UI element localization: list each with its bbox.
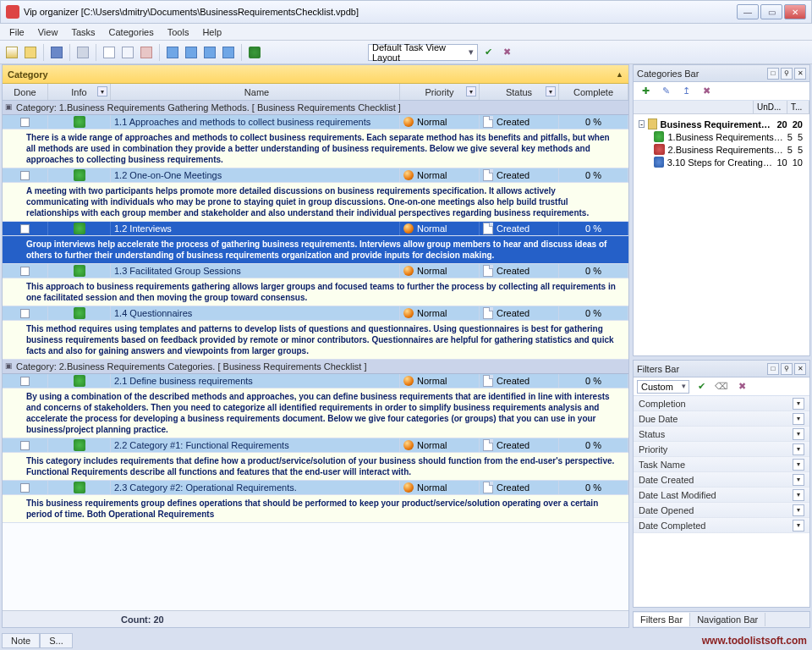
- panel-pin-icon[interactable]: ⚲: [781, 68, 793, 80]
- edit-task-button[interactable]: [119, 44, 136, 61]
- tree-node[interactable]: 3.10 Steps for Creating a Bu1010: [637, 156, 806, 168]
- maximize-button[interactable]: ▭: [760, 4, 782, 19]
- task-row[interactable]: 1.1 Approaches and methods to collect bu…: [3, 115, 628, 129]
- menu-tasks[interactable]: Tasks: [65, 25, 101, 39]
- tab-note[interactable]: Note: [2, 633, 40, 648]
- cat-up-button[interactable]: ↥: [678, 83, 694, 100]
- filter-icon[interactable]: ▾: [97, 86, 107, 96]
- tab-filters-bar[interactable]: Filters Bar: [634, 613, 690, 626]
- nav-first-button[interactable]: [164, 44, 181, 61]
- new-task-button[interactable]: [101, 44, 118, 61]
- checkbox[interactable]: [20, 267, 30, 276]
- filter-apply-button[interactable]: ✔: [693, 378, 710, 395]
- close-button[interactable]: ✕: [784, 4, 806, 19]
- checkbox[interactable]: [20, 224, 30, 234]
- nav-prev-button[interactable]: [183, 44, 200, 61]
- panel-float-icon[interactable]: □: [767, 68, 779, 80]
- filter-row[interactable]: Date Last Modified▾: [634, 488, 809, 503]
- layout-delete-button[interactable]: ✖: [498, 44, 515, 61]
- menu-file[interactable]: File: [3, 25, 30, 39]
- filter-row[interactable]: Task Name▾: [634, 457, 809, 472]
- filter-row[interactable]: Date Created▾: [634, 472, 809, 488]
- task-row[interactable]: 1.3 Facilitated Group SessionsNormalCrea…: [3, 264, 628, 278]
- panel-pin-icon[interactable]: ⚲: [781, 363, 793, 375]
- tree-node[interactable]: -Business Requirements Checklist2020: [637, 118, 806, 130]
- grid-body[interactable]: Category: 1.Business Requirements Gather…: [3, 101, 628, 610]
- filter-row[interactable]: Date Completed▾: [634, 518, 809, 533]
- task-row[interactable]: 2.1 Define business requirementsNormalCr…: [3, 374, 628, 388]
- filter-row[interactable]: Date Opened▾: [634, 503, 809, 518]
- filter-row[interactable]: Completion▾: [634, 396, 809, 411]
- panel-close-icon[interactable]: ✕: [794, 363, 806, 375]
- panel-close-icon[interactable]: ✕: [794, 68, 806, 80]
- filter-label: Date Created: [639, 475, 694, 485]
- dropdown-icon[interactable]: ▾: [793, 398, 804, 410]
- group-header[interactable]: Category: 1.Business Requirements Gather…: [3, 101, 628, 115]
- menu-help[interactable]: Help: [196, 25, 228, 39]
- filter-icon[interactable]: ▾: [546, 86, 556, 96]
- checkbox[interactable]: [20, 441, 30, 450]
- dropdown-icon[interactable]: ▾: [793, 474, 804, 486]
- menu-categories[interactable]: Categories: [103, 25, 160, 39]
- filter-row[interactable]: Priority▾: [634, 442, 809, 457]
- col-name[interactable]: Name: [111, 84, 400, 100]
- task-description: This business requirements group defines…: [3, 495, 628, 523]
- nav-next-button[interactable]: [201, 44, 218, 61]
- dropdown-icon[interactable]: ▾: [793, 459, 804, 471]
- categories-tree[interactable]: -Business Requirements Checklist20201.Bu…: [634, 114, 809, 172]
- filter-row[interactable]: Due Date▾: [634, 411, 809, 427]
- grouping-bar[interactable]: Category ▲: [3, 65, 628, 84]
- dropdown-icon[interactable]: ▾: [793, 413, 804, 425]
- col-complete[interactable]: Complete: [559, 84, 628, 100]
- filter-del-button[interactable]: ✖: [733, 378, 750, 395]
- filter-row[interactable]: Status▾: [634, 427, 809, 442]
- col-priority[interactable]: Priority▾: [400, 84, 480, 100]
- dropdown-icon[interactable]: ▾: [793, 520, 804, 532]
- checkbox[interactable]: [20, 171, 30, 180]
- dropdown-icon[interactable]: ▾: [793, 428, 804, 440]
- dropdown-icon[interactable]: ▾: [793, 489, 804, 501]
- task-row[interactable]: 1.2 InterviewsNormalCreated0 %: [3, 222, 628, 236]
- dropdown-icon[interactable]: ▾: [793, 443, 804, 455]
- nav-last-button[interactable]: [220, 44, 237, 61]
- checkbox[interactable]: [20, 309, 30, 318]
- filter-icon[interactable]: ▾: [466, 86, 476, 96]
- menu-view[interactable]: View: [32, 25, 64, 39]
- task-name: 1.3 Facilitated Group Sessions: [111, 264, 400, 278]
- open-file-button[interactable]: [22, 44, 39, 61]
- task-row[interactable]: 2.3 Category #2: Operational Requirement…: [3, 481, 628, 495]
- print-button[interactable]: [74, 44, 91, 61]
- dropdown-icon[interactable]: ▾: [793, 504, 804, 516]
- delete-task-button[interactable]: [138, 44, 155, 61]
- group-header[interactable]: Category: 2.Business Requirements Catego…: [3, 360, 628, 374]
- col-status[interactable]: Status▾: [480, 84, 559, 100]
- minimize-button[interactable]: —: [737, 4, 759, 19]
- checkbox[interactable]: [20, 483, 30, 493]
- save-button[interactable]: [48, 44, 65, 61]
- cat-edit-button[interactable]: ✎: [657, 83, 674, 100]
- layout-combo[interactable]: Default Task View Layout: [368, 44, 478, 61]
- cat-new-button[interactable]: ✚: [637, 83, 654, 100]
- filter-clear-button[interactable]: ⌫: [713, 378, 730, 395]
- task-row[interactable]: 1.2 One-on-One MeetingsNormalCreated0 %: [3, 168, 628, 183]
- col-info[interactable]: Info▾: [48, 84, 111, 100]
- checkbox[interactable]: [20, 118, 30, 127]
- flag-button[interactable]: [246, 44, 263, 61]
- task-row[interactable]: 1.4 QuestionnairesNormalCreated0 %: [3, 306, 628, 321]
- panel-float-icon[interactable]: □: [767, 363, 779, 375]
- tree-node[interactable]: 2.Business Requirements Ca55: [637, 143, 806, 156]
- tab-navigation-bar[interactable]: Navigation Bar: [690, 613, 765, 626]
- cat-del-button[interactable]: ✖: [698, 83, 715, 100]
- new-file-button[interactable]: [3, 44, 20, 61]
- col-done[interactable]: Done: [3, 84, 48, 100]
- layout-apply-button[interactable]: ✔: [480, 44, 497, 61]
- tree-node[interactable]: 1.Business Requirements Ga55: [637, 130, 806, 143]
- menu-tools[interactable]: Tools: [162, 25, 195, 39]
- filter-preset-combo[interactable]: Custom: [637, 380, 689, 394]
- filter-label: Date Opened: [639, 505, 694, 515]
- expand-icon[interactable]: -: [639, 120, 645, 128]
- task-row[interactable]: 2.2 Category #1: Functional Requirements…: [3, 438, 628, 453]
- tab-s[interactable]: S...: [40, 633, 73, 648]
- priority-icon: [403, 376, 414, 386]
- checkbox[interactable]: [20, 377, 30, 386]
